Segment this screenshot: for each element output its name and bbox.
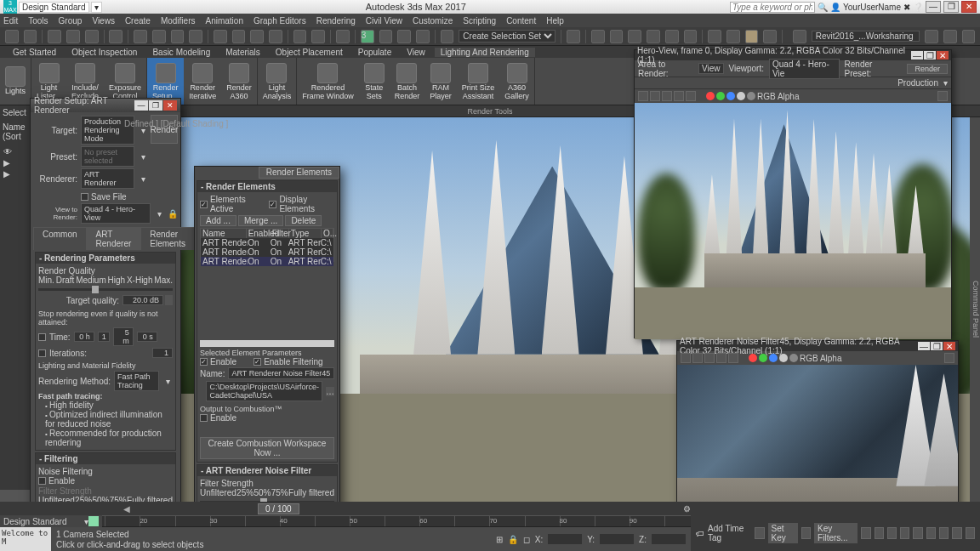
enable-check[interactable]: Enable xyxy=(48,476,75,486)
rfw1-toggle-icon[interactable] xyxy=(937,91,948,101)
combustion-path[interactable] xyxy=(200,425,334,435)
region-icon[interactable] xyxy=(171,30,185,43)
unlink-icon[interactable] xyxy=(66,30,80,43)
ref-coord-icon[interactable] xyxy=(293,30,307,43)
menu-rendering[interactable]: Rendering xyxy=(316,16,356,26)
ribbon-print-size[interactable]: Print SizeAssistant xyxy=(457,58,500,105)
rfw-render-button[interactable]: Render xyxy=(907,64,948,74)
manipulate-icon[interactable] xyxy=(336,30,350,43)
undo-icon[interactable] xyxy=(5,30,19,43)
mono-channel-icon[interactable] xyxy=(747,92,755,100)
time-s[interactable]: 0 s xyxy=(137,332,157,342)
workspace-dropdown[interactable]: Design Standard xyxy=(19,2,89,13)
material-editor-icon[interactable] xyxy=(684,30,698,43)
coord-x[interactable] xyxy=(548,534,582,544)
lock-icon2[interactable]: 🔒 xyxy=(508,535,518,544)
green-channel-icon[interactable] xyxy=(716,92,725,100)
rtab-obj-placement[interactable]: Object Placement xyxy=(270,48,349,57)
rfw1-max[interactable]: ❐ xyxy=(924,51,936,60)
close-button[interactable]: ✕ xyxy=(961,1,977,13)
key-mode-icon[interactable] xyxy=(801,527,811,539)
nav-orbit-icon[interactable] xyxy=(952,527,961,539)
window-crossing-icon[interactable] xyxy=(189,30,202,43)
percent-snap-icon[interactable] xyxy=(397,30,411,43)
auto-key-icon[interactable] xyxy=(755,527,764,539)
ribbon-lights[interactable]: Lights xyxy=(0,58,31,105)
menu-edit[interactable]: Edit xyxy=(3,16,18,26)
mirror-icon[interactable] xyxy=(567,30,580,43)
spinner-snap-icon[interactable] xyxy=(416,30,430,43)
maximize-button[interactable]: ❐ xyxy=(943,1,959,13)
coord-y[interactable] xyxy=(600,534,634,544)
name-field[interactable]: ART Renderer Noise Filter45 xyxy=(228,367,334,379)
placement-icon[interactable] xyxy=(269,30,282,43)
align-icon[interactable] xyxy=(591,30,605,43)
select-icon[interactable] xyxy=(134,30,147,43)
rtab-populate[interactable]: Populate xyxy=(352,48,397,57)
ribbon-a---[interactable]: A360Gallery xyxy=(499,58,534,105)
tag-icon[interactable]: 🏷 xyxy=(696,529,704,538)
menu-content[interactable]: Content xyxy=(506,16,536,26)
nav-pan-icon[interactable] xyxy=(926,527,936,539)
timeline-config-icon[interactable]: ⚙ xyxy=(683,504,691,514)
play-icon[interactable] xyxy=(887,527,897,539)
signin-icon[interactable]: 👤 xyxy=(830,3,840,12)
selection-set-dropdown[interactable]: Create Selection Set xyxy=(459,30,556,43)
col-enabled[interactable]: Enabled xyxy=(247,229,271,238)
axis-con-icon[interactable] xyxy=(925,30,938,43)
rfw1-clone-icon[interactable] xyxy=(662,91,672,101)
vp-dd[interactable]: Quad 4 - Hero-Vie xyxy=(769,59,840,79)
key-filters-button[interactable]: Key Filters... xyxy=(814,523,858,543)
rfw2-max[interactable]: ❐ xyxy=(931,342,943,350)
nav-max-icon[interactable] xyxy=(966,527,975,539)
rfw1-copy-icon[interactable] xyxy=(650,91,660,101)
element-row[interactable]: ART Renderer N...OnOnART Rendere...C:\ xyxy=(201,257,333,266)
menu-tools[interactable]: Tools xyxy=(28,16,48,26)
use-center-icon[interactable] xyxy=(962,30,976,43)
ribbon-rendered[interactable]: RenderedFrame Window xyxy=(297,58,359,105)
rtab-get-started[interactable]: Get Started xyxy=(7,48,62,57)
time-slider[interactable]: ◀ 0 / 100 ⚙ xyxy=(0,502,980,515)
selbr-icon[interactable]: ◻ xyxy=(523,535,530,544)
red2-icon[interactable] xyxy=(749,354,757,362)
time-h2[interactable]: 1 xyxy=(98,332,110,342)
nav-zoom-icon[interactable] xyxy=(939,527,949,539)
ccw-button[interactable]: Create Combustion Workspace Now ... xyxy=(200,437,334,459)
maxscript-listener[interactable]: Welcome to M xyxy=(0,527,51,551)
bind-icon[interactable] xyxy=(85,30,99,43)
re-tab[interactable]: Render Elements xyxy=(259,167,339,179)
delete-button[interactable]: Delete xyxy=(285,215,322,226)
tab-common[interactable]: Common xyxy=(33,227,87,250)
element-row[interactable]: ART Renderer N...OnOnART Rendere...C:\ xyxy=(201,238,333,247)
rfw2-close[interactable]: ✕ xyxy=(943,342,955,350)
select-filter-icon[interactable] xyxy=(109,30,122,43)
merge-button[interactable]: Merge ... xyxy=(238,215,283,226)
col-name[interactable]: Name xyxy=(201,229,247,238)
search-input[interactable] xyxy=(730,2,815,13)
savefile-check[interactable]: Save File xyxy=(91,192,127,202)
search-icon[interactable]: 🔍 xyxy=(818,3,828,12)
col-type[interactable]: Type xyxy=(289,229,322,238)
alpha2-icon[interactable] xyxy=(779,354,788,362)
menu-customize[interactable]: Customize xyxy=(413,16,453,26)
re-scrollbar[interactable] xyxy=(200,340,334,347)
time-ruler[interactable]: 0102030405060708090100 xyxy=(0,515,699,527)
col-o[interactable]: O... xyxy=(322,229,333,238)
ea-check[interactable]: Elements Active xyxy=(210,195,260,213)
menu-animation[interactable]: Animation xyxy=(205,16,242,26)
menu-group[interactable]: Group xyxy=(59,16,83,26)
rfw2-min[interactable]: — xyxy=(918,342,930,350)
rfw2-clone-icon[interactable] xyxy=(704,353,715,363)
rtab-obj-inspection[interactable]: Object Inspection xyxy=(66,48,143,57)
renderer-arrow[interactable]: ▾ xyxy=(138,174,148,184)
rfw2-toggle-icon[interactable] xyxy=(944,353,954,363)
rtab-view[interactable]: View xyxy=(401,48,431,57)
menu-graph-editors[interactable]: Graph Editors xyxy=(254,16,306,26)
menu-views[interactable]: Views xyxy=(92,16,115,26)
menu-modifiers[interactable]: Modifiers xyxy=(161,16,196,26)
play-end-icon[interactable] xyxy=(913,527,922,539)
render-a360-icon[interactable] xyxy=(763,30,777,43)
rfw1-min[interactable]: — xyxy=(911,51,923,60)
rfw2-print-icon[interactable] xyxy=(716,353,726,363)
workspace-arrow[interactable]: ▾ xyxy=(91,2,102,13)
